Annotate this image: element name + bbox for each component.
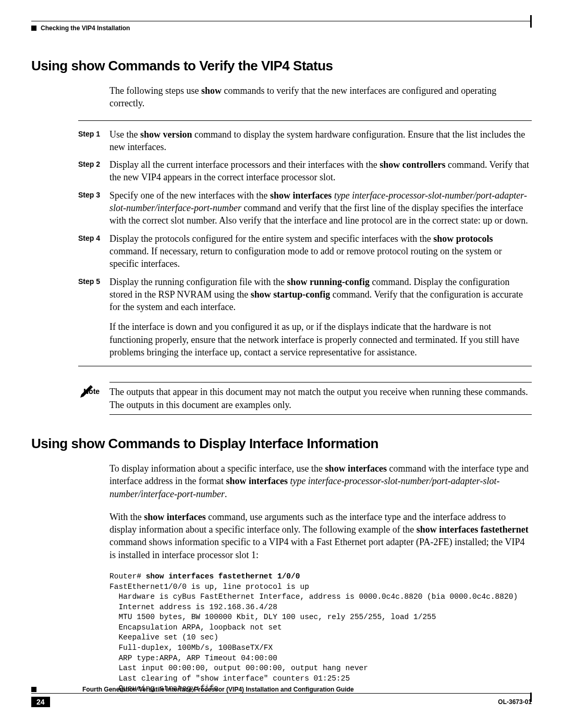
note-bottom-divider [109,414,532,415]
step-row: Step 5Display the running configuration … [31,276,532,314]
step-label: Step 3 [78,189,109,227]
section2-para1: To display information about a specific … [109,462,532,500]
step-content: Display the running configuration file w… [109,276,532,314]
note-text: The outputs that appear in this document… [109,386,532,411]
step-label: Step 2 [78,158,109,184]
footer-title: Fourth Generation Versatile Interface Pr… [82,686,354,693]
step-row: Step 2Display all the current interface … [31,158,532,184]
note-top-divider [109,382,532,382]
step-content: Specify one of the new interfaces with t… [109,189,532,227]
breadcrumb: Checking the VIP4 Installation [41,24,130,32]
step-row: Step 4Display the protocols configured f… [31,232,532,270]
step-row: Step 1Use the show version command to di… [31,128,532,154]
step-content: Use the show version command to display … [109,128,532,154]
doc-id: OL-3673-01 [498,698,532,706]
steps-bottom-divider [78,366,532,366]
footer-rule [31,693,532,694]
footer-marker [530,693,532,702]
header-rule [31,21,532,21]
header-marker [530,15,532,28]
step-label: Step 5 [78,276,109,314]
breadcrumb-square-icon [31,26,36,31]
page-number: 24 [31,697,50,707]
step-label: Step 1 [78,128,109,154]
step-content: Display all the current interface proces… [109,158,532,184]
intro-paragraph: The following steps use show commands to… [109,84,532,110]
section-heading-verify-status: Using show Commands to Verify the VIP4 S… [31,58,532,74]
pencil-icon [79,382,111,400]
section-heading-display-info: Using show Commands to Display Interface… [31,436,532,452]
step-label: Step 4 [78,232,109,270]
footer-square-icon [31,687,36,692]
step-row: Step 3Specify one of the new interfaces … [31,189,532,227]
step-content: Display the protocols configured for the… [109,232,532,270]
steps-top-divider [78,120,532,121]
section2-para2: With the show interfaces command, use ar… [109,511,532,561]
followup-paragraph: If the interface is down and you configu… [109,320,532,359]
code-example: Router# show interfaces fastethernet 1/0… [109,572,532,694]
